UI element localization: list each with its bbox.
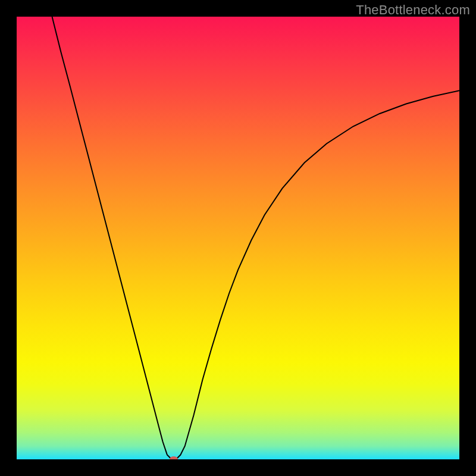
- curve-path: [52, 17, 459, 459]
- plot-area: [17, 17, 459, 459]
- watermark-text: TheBottleneck.com: [356, 2, 470, 18]
- chart-frame: TheBottleneck.com: [0, 0, 476, 476]
- bottleneck-curve: [17, 17, 459, 459]
